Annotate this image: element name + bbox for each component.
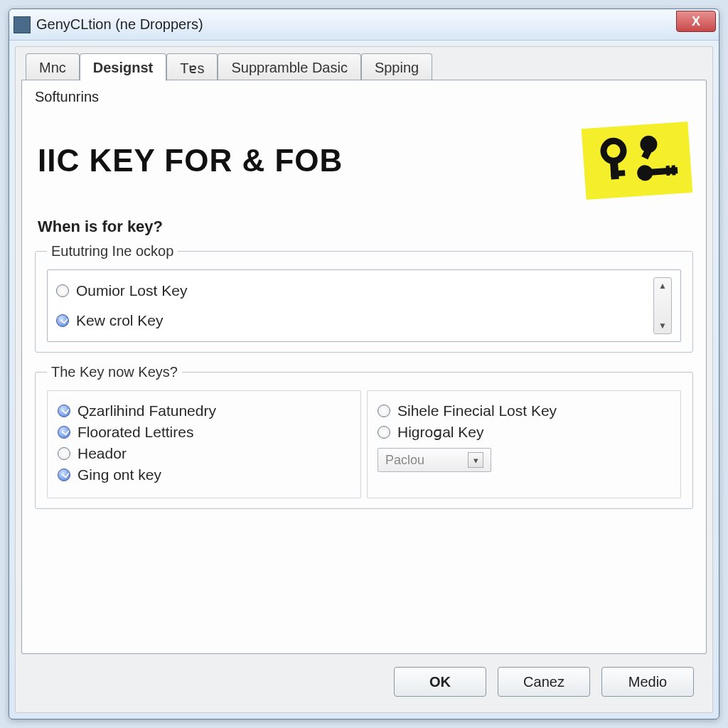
dialog-window: GenyCLtion (ne Droppers) X Mnc Designst …	[9, 9, 719, 719]
page-heading: IIC KEY FOR & FOB	[38, 143, 343, 178]
close-button[interactable]: X	[676, 11, 716, 32]
heading-row: IIC KEY FOR & FOB	[38, 125, 690, 196]
tab-label: Spping	[375, 60, 419, 75]
keys-icon	[582, 122, 693, 200]
tab-label: Mnc	[39, 60, 66, 75]
key-listbox[interactable]: Oumior Lost Key Kew crol Key ▲ ▼	[47, 269, 681, 342]
button-bar: OK Canez Medio	[21, 654, 707, 707]
check-icon	[378, 426, 390, 439]
option-label: Floorated Lettires	[77, 424, 193, 441]
option-higrogal[interactable]: Higroɡal Key	[378, 424, 670, 441]
question-when: When is for key?	[38, 218, 693, 236]
window-title: GenyCLtion (ne Droppers)	[36, 16, 203, 33]
scroll-down-icon: ▼	[658, 321, 667, 331]
tab-tas[interactable]: Tɐs	[166, 53, 218, 81]
option-label: Sihele Finecial Lost Key	[397, 402, 557, 419]
button-label: OK	[429, 674, 451, 690]
tab-label: Tɐs	[180, 60, 204, 76]
option-kew-crol[interactable]: Kew crol Key	[56, 312, 653, 329]
svg-rect-2	[611, 170, 626, 176]
option-label: Oumior Lost Key	[76, 282, 187, 299]
tab-designst[interactable]: Designst	[80, 53, 166, 81]
scroll-up-icon: ▲	[658, 281, 667, 291]
option-label: Higroɡal Key	[397, 424, 484, 441]
button-label: Canez	[523, 674, 564, 690]
svg-rect-8	[672, 165, 676, 175]
tab-label: Suppramble Dasic	[231, 60, 347, 75]
app-icon	[14, 16, 31, 33]
group-eututring: Eututring Ine ockop Oumior Lost Key Kew …	[35, 243, 693, 353]
ok-button[interactable]: OK	[394, 667, 486, 697]
paclou-dropdown[interactable]: Paclou ▾	[378, 448, 491, 472]
check-icon	[58, 426, 70, 439]
group-legend: Eututring Ine ockop	[47, 243, 178, 259]
client-area: Mnc Designst Tɐs Suppramble Dasic Spping…	[15, 46, 713, 713]
dropdown-value: Paclou	[385, 453, 424, 468]
tab-strip: Mnc Designst Tɐs Suppramble Dasic Spping	[21, 53, 707, 80]
group-label: Softunrins	[35, 89, 693, 105]
option-floorated[interactable]: Floorated Lettires	[58, 424, 350, 441]
group-key-now: The Key now Keys? Qzarlihind Fatunedry F…	[35, 364, 693, 509]
tab-spping[interactable]: Spping	[361, 53, 432, 81]
help-button[interactable]: Medio	[601, 667, 694, 697]
button-label: Medio	[628, 674, 667, 690]
cancel-button[interactable]: Canez	[498, 667, 590, 697]
tab-mnc[interactable]: Mnc	[26, 53, 80, 81]
radio-icon	[56, 284, 69, 297]
group-legend: The Key now Keys?	[47, 364, 182, 380]
option-lost-key[interactable]: Oumior Lost Key	[56, 282, 653, 299]
option-label: Heador	[77, 445, 127, 462]
options-right-column: Sihele Finecial Lost Key Higroɡal Key Pa…	[367, 390, 681, 498]
tab-label: Designst	[93, 60, 153, 75]
option-ging-ont[interactable]: Ging ont key	[58, 466, 350, 483]
check-icon	[58, 405, 70, 417]
radio-selected-icon	[56, 314, 69, 327]
option-heador[interactable]: Heador	[58, 445, 350, 462]
tab-suppramble[interactable]: Suppramble Dasic	[218, 53, 360, 81]
check-icon	[58, 469, 70, 481]
options-left-column: Qzarlihind Fatunedry Floorated Lettires …	[47, 390, 361, 498]
option-sihele[interactable]: Sihele Finecial Lost Key	[378, 402, 670, 419]
chevron-down-icon: ▾	[468, 452, 483, 468]
titlebar: GenyCLtion (ne Droppers) X	[9, 9, 719, 41]
option-label: Kew crol Key	[76, 312, 164, 329]
option-label: Ging ont key	[77, 466, 161, 483]
scrollbar[interactable]: ▲ ▼	[653, 277, 672, 334]
svg-rect-7	[666, 166, 670, 176]
option-qzarlihind[interactable]: Qzarlihind Fatunedry	[58, 402, 350, 419]
check-icon	[378, 405, 390, 417]
tab-page-designst: Softunrins IIC KEY FOR & FOB	[21, 80, 707, 654]
option-label: Qzarlihind Fatunedry	[77, 402, 216, 419]
check-icon	[58, 447, 70, 460]
close-icon: X	[692, 14, 700, 29]
